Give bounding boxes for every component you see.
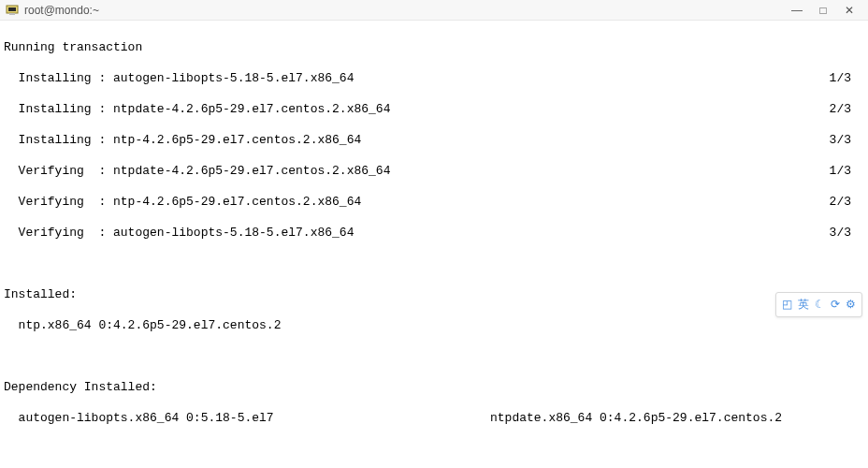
titlebar: root@mondo:~ — □ ✕ xyxy=(0,0,868,21)
tx-row-left: Installing : ntp-4.2.6p5-29.el7.centos.2… xyxy=(4,133,830,149)
blank-line xyxy=(4,349,862,365)
moon-icon[interactable]: ☾ xyxy=(815,297,825,313)
minimize-button[interactable]: — xyxy=(784,4,810,17)
tx-row-left: Verifying : ntp-4.2.6p5-29.el7.centos.2.… xyxy=(4,195,830,211)
tx-header: Running transaction xyxy=(4,40,862,56)
dep-left: autogen-libopts.x86_64 0:5.18-5.el7 xyxy=(4,411,490,427)
gear-icon[interactable]: ⚙ xyxy=(846,297,856,313)
terminal[interactable]: Running transaction Installing : autogen… xyxy=(0,21,868,468)
maximize-button[interactable]: □ xyxy=(810,4,836,17)
tx-row-left: Installing : ntpdate-4.2.6p5-29.el7.cent… xyxy=(4,102,830,118)
installed-header: Installed: xyxy=(4,287,862,303)
floating-toolbar: ◰ 英 ☾ ⟳ ⚙ xyxy=(775,292,862,317)
tx-row: Installing : ntpdate-4.2.6p5-29.el7.cent… xyxy=(4,102,862,118)
blank-line xyxy=(4,256,862,272)
tx-row: Verifying : autogen-libopts-5.18-5.el7.x… xyxy=(4,226,862,241)
tx-row-left: Installing : autogen-libopts-5.18-5.el7.… xyxy=(4,71,830,87)
tx-row-right: 2/3 xyxy=(830,195,862,211)
tx-row-right: 1/3 xyxy=(830,164,862,180)
tx-row: Verifying : ntp-4.2.6p5-29.el7.centos.2.… xyxy=(4,195,862,211)
installed-pkg: ntp.x86_64 0:4.2.6p5-29.el7.centos.2 xyxy=(4,318,862,334)
dep-header: Dependency Installed: xyxy=(4,380,862,396)
close-button[interactable]: ✕ xyxy=(836,4,862,17)
tx-row-left: Verifying : ntpdate-4.2.6p5-29.el7.cento… xyxy=(4,164,830,180)
tx-row: Verifying : ntpdate-4.2.6p5-29.el7.cento… xyxy=(4,164,862,180)
tx-row-right: 3/3 xyxy=(830,226,862,241)
putty-icon xyxy=(6,4,19,17)
tx-row: Installing : ntp-4.2.6p5-29.el7.centos.2… xyxy=(4,133,862,149)
ime-toggle[interactable]: 英 xyxy=(798,297,809,313)
svg-rect-1 xyxy=(8,7,16,11)
tx-row: Installing : autogen-libopts-5.18-5.el7.… xyxy=(4,71,862,87)
tx-row-right: 3/3 xyxy=(830,133,862,149)
tx-row-left: Verifying : autogen-libopts-5.18-5.el7.x… xyxy=(4,226,830,241)
tx-row-right: 1/3 xyxy=(830,71,862,87)
blank-line xyxy=(4,442,862,458)
expand-icon[interactable]: ◰ xyxy=(782,297,792,313)
window-title: root@mondo:~ xyxy=(24,4,784,17)
dep-right: ntpdate.x86_64 0:4.2.6p5-29.el7.centos.2 xyxy=(490,411,782,427)
svg-rect-2 xyxy=(9,13,15,15)
history-icon[interactable]: ⟳ xyxy=(831,297,840,313)
tx-row-right: 2/3 xyxy=(830,102,862,118)
dep-row: autogen-libopts.x86_64 0:5.18-5.el7ntpda… xyxy=(4,411,862,427)
